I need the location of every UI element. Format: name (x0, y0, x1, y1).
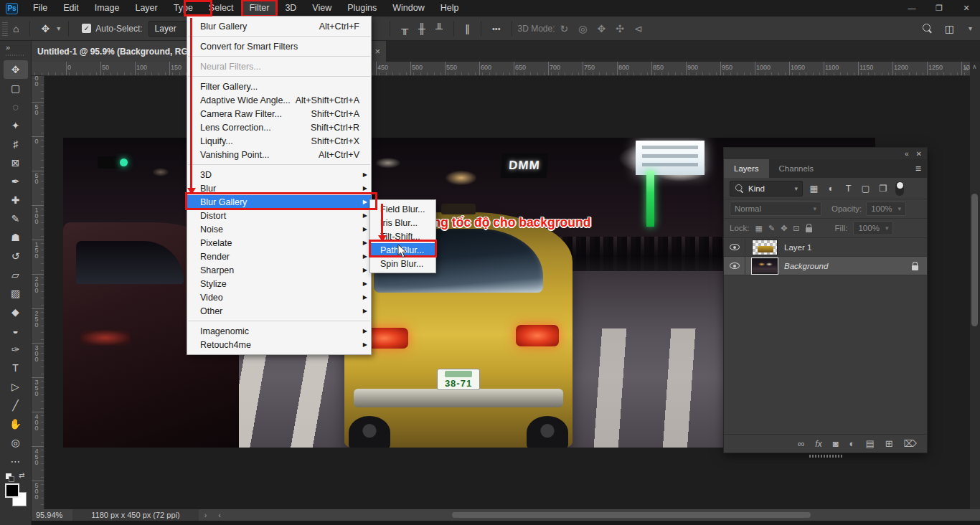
filter-kind-dropdown[interactable]: Kind ▾ (730, 181, 803, 197)
filter-type-layers-icon[interactable]: T (842, 184, 854, 194)
filter-menu-item-distort[interactable]: Distort▶ (187, 209, 371, 222)
hand-tool[interactable]: ✋ (4, 415, 28, 433)
status-prev-icon[interactable]: ‹ (212, 511, 227, 519)
panel-resize-grip[interactable] (809, 455, 842, 458)
tab-layers[interactable]: Layers (724, 159, 769, 178)
vertical-scrollbar-thumb[interactable] (971, 194, 978, 326)
collapse-panel-icon[interactable]: « (905, 150, 909, 158)
filter-menu-item-retouch4me[interactable]: Retouch4me▶ (187, 338, 371, 351)
menu-plugins[interactable]: Plugins (339, 0, 385, 16)
rectangular-marquee-tool[interactable]: ▢ (4, 79, 28, 98)
filter-toggle-switch[interactable] (895, 181, 904, 196)
filter-menu-item-blur-gallery[interactable]: Blur Gallery▶ (187, 195, 371, 209)
align-top-edges-icon[interactable]: ╥ (396, 23, 413, 34)
align-vertical-centers-icon[interactable]: ╫ (413, 23, 430, 34)
frame-tool[interactable]: ⊠ (4, 153, 28, 172)
move-tool[interactable]: ✥ (4, 60, 28, 79)
fill-dropdown[interactable]: 100% ▾ (853, 221, 893, 235)
blur-tool[interactable]: ◆ (4, 303, 28, 321)
crop-tool[interactable]: ♯ (4, 135, 28, 153)
opacity-dropdown[interactable]: 100% ▾ (866, 202, 906, 216)
panel-menu-icon[interactable]: ≡ (915, 163, 921, 174)
dodge-tool[interactable]: ◒ (4, 321, 28, 340)
visibility-cell[interactable] (724, 238, 745, 257)
minimize-button[interactable]: — (898, 0, 925, 16)
link-layers-icon[interactable]: ∞ (798, 438, 804, 449)
more-options-icon[interactable]: ••• (487, 24, 506, 33)
filter-menu-item-imagenomic[interactable]: Imagenomic▶ (187, 324, 371, 338)
close-panel-icon[interactable]: ✕ (916, 150, 922, 158)
filter-menu-item-filter-gallery[interactable]: Filter Gallery... (187, 80, 371, 93)
menu-window[interactable]: Window (385, 0, 432, 16)
auto-select-checkbox[interactable]: ✓ (82, 24, 91, 33)
filter-menu-item-pixelate[interactable]: Pixelate▶ (187, 236, 371, 250)
filter-menu-item-sharpen[interactable]: Sharpen▶ (187, 263, 371, 277)
new-group-icon[interactable]: ▤ (865, 438, 874, 449)
filter-menu-item-video[interactable]: Video▶ (187, 290, 371, 304)
submenu-item-field-blur[interactable]: Field Blur... (370, 202, 435, 216)
filter-menu-item-stylize[interactable]: Stylize▶ (187, 277, 371, 290)
search-icon[interactable] (923, 24, 933, 34)
filter-menu-item-vanishing-point[interactable]: Vanishing Point...Alt+Ctrl+V (187, 148, 371, 161)
filter-menu-item-liquify[interactable]: Liquify...Shift+Ctrl+X (187, 134, 371, 148)
submenu-item-path-blur[interactable]: Path Blur... (370, 243, 435, 257)
menu-file[interactable]: File (25, 0, 55, 16)
layer-row-background[interactable]: Background (724, 257, 927, 275)
pen-tool[interactable]: ✑ (4, 340, 28, 359)
chevron-down-icon[interactable]: ▾ (966, 24, 974, 32)
gradient-tool[interactable]: ▨ (4, 284, 28, 303)
eyedropper-tool[interactable]: ✒ (4, 172, 28, 191)
adjustment-layer-icon[interactable]: ◐ (849, 438, 855, 449)
menu-help[interactable]: Help (433, 0, 467, 16)
filter-smart-objects-icon[interactable]: ❐ (877, 183, 889, 194)
more-tools[interactable]: ⋯ (4, 452, 28, 470)
filter-menu-item-3d[interactable]: 3D▶ (187, 168, 371, 181)
menu-type[interactable]: Type (166, 0, 201, 16)
close-button[interactable]: ✕ (953, 0, 980, 16)
filter-menu-item-blur[interactable]: Blur▶ (187, 181, 371, 195)
menu-select[interactable]: Select (201, 0, 242, 16)
3d-roll-icon[interactable]: ◎ (573, 23, 592, 34)
scroll-up-icon[interactable]: ∧ (972, 63, 977, 70)
history-brush-tool[interactable]: ↺ (4, 247, 28, 265)
3d-slide-icon[interactable]: ✣ (611, 23, 629, 34)
filter-menu-item-other[interactable]: Other▶ (187, 304, 371, 318)
vertical-scrollbar[interactable]: ∧ (970, 62, 980, 509)
lock-image-pixels-icon[interactable]: ✎ (768, 224, 775, 233)
healing-brush-tool[interactable]: ✚ (4, 191, 28, 209)
filter-menu-item-camera-raw-filter[interactable]: Camera Raw Filter...Shift+Ctrl+A (187, 107, 371, 120)
foreground-color-swatch[interactable] (5, 483, 19, 498)
submenu-item-tilt-shift[interactable]: Tilt-Shift... (370, 230, 435, 243)
path-selection-tool[interactable]: ▷ (4, 377, 28, 396)
horizontal-scrollbar-thumb[interactable] (452, 512, 811, 518)
menu-view[interactable]: View (304, 0, 339, 16)
filter-menu-item-convert-for-smart-filters[interactable]: Convert for Smart Filters (187, 39, 371, 53)
layer-row-layer-1[interactable]: Layer 1 (724, 238, 927, 257)
lock-artboard-icon[interactable]: ⊡ (793, 224, 799, 233)
filter-menu-item-adaptive-wide-angle[interactable]: Adaptive Wide Angle...Alt+Shift+Ctrl+A (187, 93, 371, 107)
filter-menu-item-lens-correction[interactable]: Lens Correction...Shift+Ctrl+R (187, 120, 371, 134)
layer-thumbnail[interactable] (752, 240, 778, 255)
lasso-tool[interactable]: ◌ (4, 98, 28, 116)
horizontal-ruler[interactable]: ∧ 05010015020025030035040045050055060065… (32, 62, 970, 76)
zoom-tool[interactable]: ◎ (4, 433, 28, 452)
new-layer-icon[interactable]: ⊞ (885, 438, 893, 449)
filter-shape-layers-icon[interactable]: ▢ (859, 183, 872, 194)
chevron-down-icon[interactable]: ▾ (55, 24, 62, 32)
expand-tools-icon[interactable]: » (0, 41, 31, 52)
filter-menu-item-neural-filters[interactable]: Neural Filters... (187, 60, 371, 73)
vertical-ruler[interactable]: 10050050100150200250300350400450500 (32, 76, 44, 509)
clone-stamp-tool[interactable]: ☗ (4, 228, 28, 247)
3d-camera-icon[interactable]: ⊲ (629, 23, 648, 34)
layer-style-icon[interactable]: fx (815, 439, 821, 449)
home-icon[interactable]: ⌂ (8, 23, 24, 34)
add-layer-mask-icon[interactable]: ◙ (833, 438, 839, 449)
menu-3d[interactable]: 3D (277, 0, 304, 16)
type-tool[interactable]: T (4, 359, 28, 377)
move-tool-icon[interactable]: ✥ (36, 23, 55, 34)
filter-adjustment-layers-icon[interactable]: ◐ (825, 184, 837, 194)
eye-icon[interactable] (730, 244, 740, 250)
lock-position-icon[interactable]: ✥ (781, 224, 787, 233)
zoom-level[interactable]: 95.94% (32, 511, 72, 519)
line-tool[interactable]: ╱ (4, 396, 28, 415)
